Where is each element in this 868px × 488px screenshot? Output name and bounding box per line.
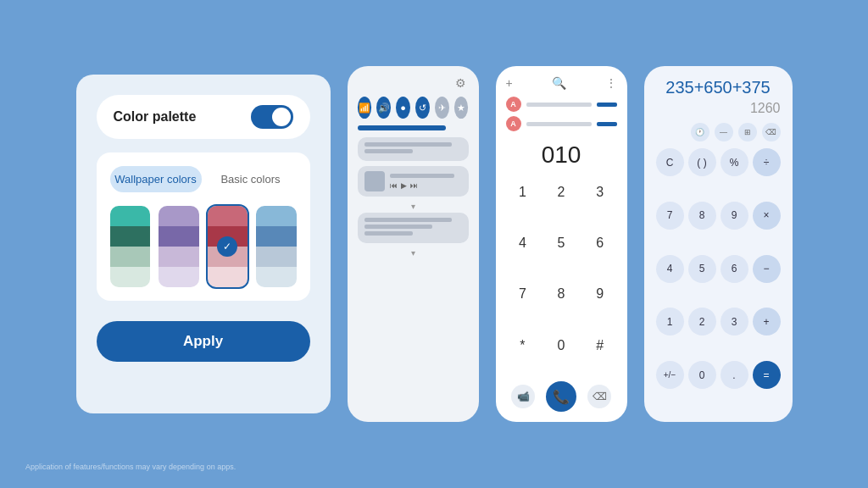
sound-tile[interactable]: 🔊: [376, 97, 391, 119]
media-title-bar: [390, 174, 455, 178]
star-tile[interactable]: ★: [454, 97, 469, 119]
keypad: 1 2 3 4 5 6 7 8 9 * 0 #: [506, 175, 617, 374]
video-call-button[interactable]: 📹: [511, 385, 535, 408]
calc-btn-dot[interactable]: .: [721, 361, 748, 389]
key-7[interactable]: 7: [506, 278, 540, 312]
contacts-list: A A: [506, 97, 617, 131]
calc-btn-1[interactable]: 1: [656, 308, 684, 336]
calc-btn-7[interactable]: 7: [656, 202, 684, 230]
contact-name-bar-1: [526, 103, 592, 107]
key-star[interactable]: *: [506, 329, 540, 363]
disclaimer-text: Application of features/functions may va…: [25, 463, 236, 471]
key-4[interactable]: 4: [506, 226, 540, 260]
calc-result: 1260: [656, 101, 781, 116]
airplane-tile[interactable]: ✈: [435, 97, 449, 119]
calc-btn-C[interactable]: C: [656, 148, 684, 176]
color-palette-toggle[interactable]: [251, 105, 293, 129]
calc-btn-minus[interactable]: −: [753, 255, 781, 283]
notif-bar-long: [364, 142, 453, 147]
sync-tile[interactable]: ↺: [415, 97, 430, 119]
key-2[interactable]: 2: [544, 175, 578, 209]
contact-action-1[interactable]: [597, 103, 617, 107]
calc-btn-8[interactable]: 8: [688, 202, 716, 230]
swatch-2[interactable]: [159, 206, 199, 287]
play-icon[interactable]: ▶: [401, 181, 407, 190]
calc-buttons: C ( ) % ÷ 7 8 9 × 4 5 6 − 1 2 3 + +/− 0 …: [656, 148, 781, 410]
calc-btn-2[interactable]: 2: [688, 308, 716, 336]
calc-btn-6[interactable]: 6: [721, 255, 748, 283]
contact-avatar-2[interactable]: A: [506, 116, 521, 131]
bt-tile[interactable]: ●: [396, 97, 410, 119]
expand-arrow[interactable]: ▾: [358, 202, 469, 211]
key-5[interactable]: 5: [544, 226, 578, 260]
media-controls[interactable]: ⏮ ▶ ⏭: [390, 181, 462, 190]
notification-panel-phone: ⚙ 📶 🔊 ● ↺ ✈ ★ ⏮ ▶ ⏭ ▾: [348, 66, 479, 422]
brightness-bar[interactable]: [358, 125, 447, 130]
history-clock-icon[interactable]: 🕐: [691, 123, 709, 141]
calc-expression: 235+650+375: [656, 78, 781, 97]
history-grid-icon[interactable]: ⊞: [738, 123, 757, 141]
calc-btn-5[interactable]: 5: [688, 255, 716, 283]
swatch-4[interactable]: [256, 206, 297, 287]
notif-bar2-mid: [364, 225, 433, 229]
history-mem-icon[interactable]: —: [715, 123, 733, 141]
swatch-1[interactable]: [110, 206, 151, 287]
quick-tiles: 📶 🔊 ● ↺ ✈ ★: [358, 97, 469, 119]
main-container: Color palette Wallpaper colors Basic col…: [27, 66, 841, 422]
swatch-3[interactable]: ✓: [208, 206, 248, 287]
contact-action-2[interactable]: [597, 122, 617, 126]
dialer-top-bar: + 🔍 ⋮: [506, 76, 617, 90]
key-9[interactable]: 9: [583, 278, 617, 312]
contact-name-bar-2: [526, 122, 592, 126]
wifi-tile[interactable]: 📶: [358, 97, 372, 119]
notif-bar-short: [364, 149, 414, 153]
color-swatches: ✓: [110, 206, 297, 287]
calc-btn-plus[interactable]: +: [753, 308, 781, 336]
notif-card-2: [358, 213, 469, 243]
tab-wallpaper[interactable]: Wallpaper colors: [110, 166, 202, 192]
key-hash[interactable]: #: [583, 329, 617, 363]
calc-btn-0[interactable]: 0: [688, 361, 716, 389]
settings-icon[interactable]: ⚙: [455, 76, 469, 90]
search-icon[interactable]: 🔍: [552, 76, 566, 90]
calc-btn-9[interactable]: 9: [721, 202, 748, 230]
delete-button[interactable]: ⌫: [587, 385, 611, 408]
prev-icon[interactable]: ⏮: [390, 181, 398, 190]
calc-btn-multiply[interactable]: ×: [753, 202, 781, 230]
add-contact-icon[interactable]: +: [506, 76, 513, 90]
apply-button[interactable]: Apply: [97, 321, 310, 362]
calc-btn-3[interactable]: 3: [721, 308, 748, 336]
toggle-row: Color palette: [97, 95, 310, 139]
toggle-label: Color palette: [114, 109, 197, 125]
next-icon[interactable]: ⏭: [410, 181, 418, 190]
key-6[interactable]: 6: [583, 226, 617, 260]
dialer-actions: 📹 📞 ⌫: [506, 374, 617, 412]
notif-bar2-short: [364, 231, 414, 236]
calc-btn-equals[interactable]: =: [753, 361, 781, 389]
calc-btn-percent[interactable]: %: [721, 148, 748, 176]
key-8[interactable]: 8: [544, 278, 578, 312]
calc-btn-sign[interactable]: +/−: [656, 361, 684, 389]
calc-btn-divide[interactable]: ÷: [753, 148, 781, 176]
contact-row-2: A: [506, 116, 617, 131]
backspace-icon[interactable]: ⌫: [762, 123, 781, 141]
key-1[interactable]: 1: [506, 175, 540, 209]
key-0[interactable]: 0: [544, 329, 578, 363]
more-icon[interactable]: ⋮: [605, 76, 617, 90]
calc-history-bar: 🕐 — ⊞ ⌫: [656, 123, 781, 141]
media-card: ⏮ ▶ ⏭: [358, 166, 469, 197]
colors-card: Wallpaper colors Basic colors: [97, 152, 310, 301]
expand-arrow-2[interactable]: ▾: [358, 248, 469, 258]
media-thumbnail: [364, 171, 385, 191]
call-button[interactable]: 📞: [546, 381, 576, 412]
notif-card-1: [358, 137, 469, 161]
phone-top-bar: ⚙: [358, 76, 469, 90]
tab-basic[interactable]: Basic colors: [205, 166, 297, 192]
color-palette-panel: Color palette Wallpaper colors Basic col…: [76, 75, 331, 413]
contact-avatar-1[interactable]: A: [506, 97, 521, 112]
notif-bar2-long: [364, 218, 453, 222]
calc-btn-4[interactable]: 4: [656, 255, 684, 283]
calculator-panel: 235+650+375 1260 🕐 — ⊞ ⌫ C ( ) % ÷ 7 8 9…: [644, 66, 793, 422]
calc-btn-paren[interactable]: ( ): [688, 148, 716, 176]
key-3[interactable]: 3: [583, 175, 617, 209]
